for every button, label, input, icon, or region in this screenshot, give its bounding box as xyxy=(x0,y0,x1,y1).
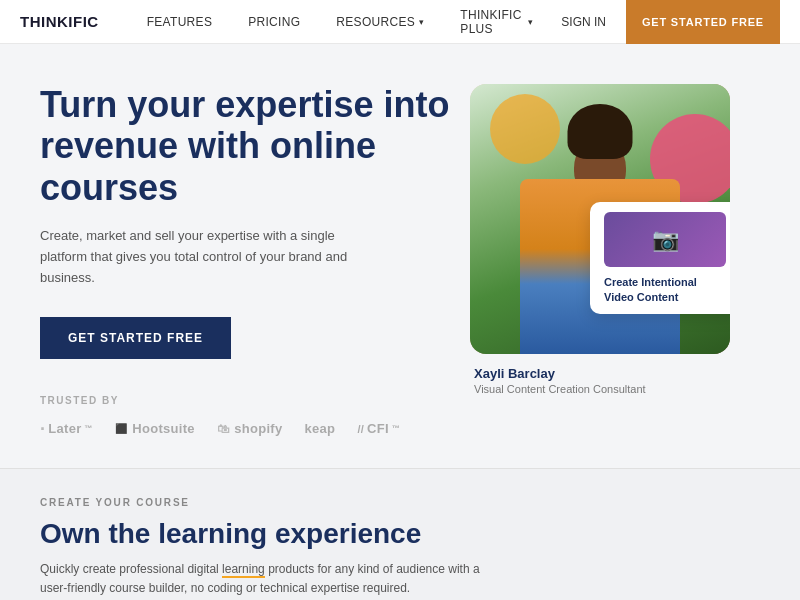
trusted-logos: ·Later™ ⬛Hootsuite 🛍shopify keap //CFI™ xyxy=(40,420,450,438)
section-title: Own the learning experience xyxy=(40,518,760,550)
nav-right: SIGN IN GET STARTED FREE xyxy=(551,0,780,44)
logo-shopify: 🛍shopify xyxy=(217,421,283,436)
section-desc: Quickly create professional digital lear… xyxy=(40,560,480,598)
nav-resources[interactable]: RESOURCES ▾ xyxy=(318,0,442,44)
trusted-section: TRUSTED BY ·Later™ ⬛Hootsuite 🛍shopify k… xyxy=(40,395,450,438)
hero-title: Turn your expertise into revenue with on… xyxy=(40,84,450,208)
hero-subtitle: Create, market and sell your expertise w… xyxy=(40,226,380,288)
hero-left: Turn your expertise into revenue with on… xyxy=(40,84,470,438)
sign-in-link[interactable]: SIGN IN xyxy=(551,15,616,29)
logo-later: ·Later™ xyxy=(40,420,93,438)
chevron-down-icon: ▾ xyxy=(419,17,424,27)
lower-section: CREATE YOUR COURSE Own the learning expe… xyxy=(0,468,800,600)
hair-detail xyxy=(568,104,633,159)
section-eyebrow: CREATE YOUR COURSE xyxy=(40,497,760,508)
yellow-circle-decoration xyxy=(490,94,560,164)
site-logo[interactable]: THINKIFIC xyxy=(20,13,99,30)
get-started-nav-button[interactable]: GET STARTED FREE xyxy=(626,0,780,44)
logo-cfi: //CFI™ xyxy=(357,421,400,436)
nav-features[interactable]: FEATURES xyxy=(129,0,231,44)
nav-plus[interactable]: THINKIFIC PLUS ▾ xyxy=(442,0,551,44)
course-card-title: Create Intentional Video Content xyxy=(604,275,726,304)
hero-section: Turn your expertise into revenue with on… xyxy=(0,44,800,468)
hero-right: 📷 Create Intentional Video Content Xayli… xyxy=(470,84,760,438)
course-card-overlay: 📷 Create Intentional Video Content xyxy=(590,202,730,314)
get-started-hero-button[interactable]: GET STARTED FREE xyxy=(40,317,231,359)
nav-pricing[interactable]: PRICING xyxy=(230,0,318,44)
course-card-thumbnail: 📷 xyxy=(604,212,726,267)
logo-hootsuite: ⬛Hootsuite xyxy=(115,421,195,436)
shopify-icon: 🛍 xyxy=(217,422,229,436)
person-info: Xayli Barclay Visual Content Creation Co… xyxy=(470,366,646,395)
trusted-label: TRUSTED BY xyxy=(40,395,450,406)
highlight-learning: learning xyxy=(222,562,265,578)
person-name: Xayli Barclay xyxy=(474,366,646,381)
camera-icon: 📷 xyxy=(652,227,679,253)
logo-keap: keap xyxy=(305,421,336,436)
hero-image: 📷 Create Intentional Video Content xyxy=(470,84,730,354)
cfi-slash-icon: // xyxy=(357,423,364,435)
hootsuite-icon: ⬛ xyxy=(115,423,127,434)
nav-links: FEATURES PRICING RESOURCES ▾ THINKIFIC P… xyxy=(129,0,552,44)
person-role: Visual Content Creation Consultant xyxy=(474,383,646,395)
chevron-down-icon: ▾ xyxy=(528,17,533,27)
navbar: THINKIFIC FEATURES PRICING RESOURCES ▾ T… xyxy=(0,0,800,44)
